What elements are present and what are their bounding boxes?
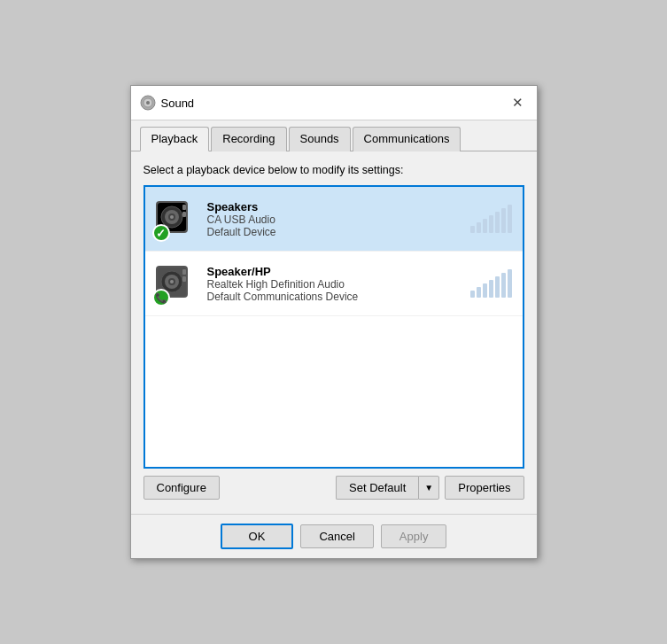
set-default-group: Set Default ▼ Properties [336, 476, 524, 500]
apply-button[interactable]: Apply [381, 524, 447, 548]
bar-6 [501, 208, 506, 233]
volume-bars-2 [470, 269, 516, 298]
bar2-2 [477, 287, 481, 298]
tab-playback[interactable]: Playback [140, 127, 210, 151]
tab-communications[interactable]: Communications [353, 127, 461, 151]
set-default-button[interactable]: Set Default [336, 476, 418, 500]
device-sub1-2: Realtek High Definition Audio [207, 278, 461, 291]
bar-2 [477, 222, 481, 233]
device-sub1-1: CA USB Audio [207, 213, 461, 226]
title-bar: Sound ✕ [131, 86, 537, 120]
bar2-3 [483, 283, 487, 298]
badge-phone-2: 📞 [152, 289, 170, 306]
bar-3 [483, 219, 487, 233]
svg-point-8 [170, 215, 174, 219]
device-item-speaker-hp[interactable]: 📞 Speaker/HP Realtek High Definition Aud… [145, 252, 523, 316]
tab-recording[interactable]: Recording [211, 127, 286, 151]
volume-bars-1 [470, 205, 516, 233]
set-default-arrow-button[interactable]: ▼ [418, 476, 439, 500]
device-info-hp: Speaker/HP Realtek High Definition Audio… [207, 265, 461, 303]
close-button[interactable]: ✕ [508, 93, 528, 113]
bar2-4 [489, 280, 493, 298]
bar2-6 [501, 273, 506, 298]
ok-button[interactable]: OK [221, 524, 294, 549]
cancel-button[interactable]: Cancel [300, 524, 373, 548]
sound-icon [140, 95, 156, 111]
bar-1 [470, 226, 475, 233]
sound-dialog: Sound ✕ Playback Recording Sounds Commun… [130, 85, 538, 559]
device-info-speakers: Speakers CA USB Audio Default Device [207, 200, 461, 238]
bar2-1 [470, 291, 475, 298]
action-buttons: Configure Set Default ▼ Properties [143, 469, 524, 505]
bar2-7 [508, 269, 512, 298]
tab-content: Select a playback device below to modify… [131, 151, 537, 514]
svg-rect-9 [182, 205, 186, 210]
svg-rect-10 [182, 212, 186, 217]
device-name-2: Speaker/HP [207, 265, 461, 278]
title-left: Sound [140, 95, 195, 111]
bar2-5 [495, 276, 500, 298]
device-item-speakers[interactable]: ✓ Speakers CA USB Audio Default Device [145, 187, 523, 252]
device-icon-hp: 📞 [152, 260, 198, 306]
bar-7 [508, 205, 512, 233]
device-icon-speakers: ✓ [152, 196, 198, 242]
configure-button[interactable]: Configure [143, 476, 220, 500]
dialog-title: Sound [161, 97, 195, 110]
instruction-text: Select a playback device below to modify… [143, 164, 524, 176]
device-name-1: Speakers [207, 200, 461, 213]
svg-point-16 [170, 280, 174, 283]
dialog-footer: OK Cancel Apply [131, 514, 537, 558]
svg-rect-17 [182, 269, 186, 275]
svg-rect-18 [182, 276, 186, 282]
device-list[interactable]: ✓ Speakers CA USB Audio Default Device [143, 185, 524, 469]
device-sub2-2: Default Communications Device [207, 291, 461, 303]
badge-check-1: ✓ [152, 224, 170, 242]
bar-5 [495, 212, 500, 233]
svg-point-2 [146, 101, 150, 105]
device-sub2-1: Default Device [207, 226, 461, 238]
tabs-bar: Playback Recording Sounds Communications [131, 120, 537, 151]
tab-sounds[interactable]: Sounds [289, 127, 351, 151]
bar-4 [489, 215, 493, 233]
properties-button[interactable]: Properties [445, 476, 524, 500]
